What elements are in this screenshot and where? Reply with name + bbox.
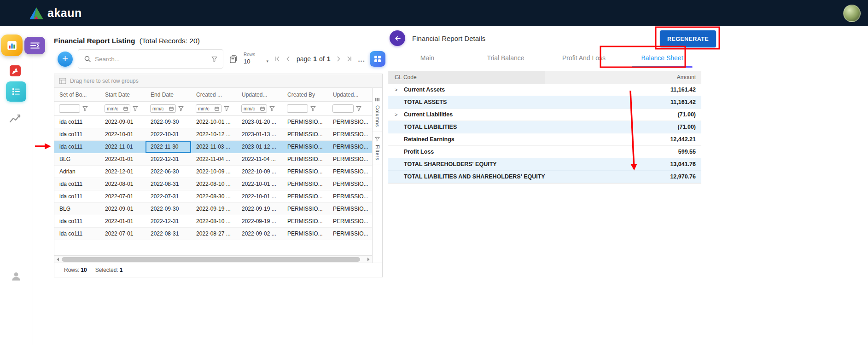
table-row[interactable]: ida co1112022-08-012022-08-312022-08-10 … [54, 178, 372, 190]
pdf-export-icon[interactable] [9, 65, 21, 77]
table-row[interactable]: BLG2022-09-012022-09-302022-09-19 ...202… [54, 203, 372, 215]
cell[interactable]: 2022-10-01 ... [237, 190, 282, 202]
cell[interactable]: 2022-11-04 ... [191, 153, 237, 165]
cell[interactable]: 2022-09-01 [100, 116, 146, 128]
cell[interactable]: ida co111 [54, 141, 100, 153]
cell[interactable]: 2022-10-09 ... [191, 166, 237, 178]
cell[interactable]: PERMISSIO... [328, 141, 372, 153]
table-row[interactable]: Adrian2022-12-012022-06-302022-10-09 ...… [54, 166, 372, 178]
cell[interactable]: 2023-01-13 ... [237, 128, 282, 140]
cell[interactable]: PERMISSIO... [328, 203, 372, 215]
scroll-left-icon[interactable] [56, 258, 60, 261]
app-launcher-button[interactable] [1, 34, 23, 56]
cell[interactable]: 2022-01-01 [100, 215, 146, 227]
cell[interactable]: ida co111 [54, 116, 100, 128]
cell[interactable]: 2022-09-19 ... [191, 203, 237, 215]
columns-panel-tab[interactable]: Columns [373, 92, 382, 132]
cell[interactable]: PERMISSIO... [282, 141, 328, 153]
brand-logo[interactable]: akaun [29, 6, 82, 20]
report-listing-module-icon[interactable] [6, 81, 26, 102]
cell[interactable]: 2022-09-19 ... [237, 203, 282, 215]
cell[interactable]: 2022-08-10 ... [191, 178, 237, 190]
cell[interactable]: 2022-09-02 ... [237, 228, 282, 240]
cell[interactable]: PERMISSIO... [328, 190, 372, 202]
cell[interactable]: 2022-11-04 ... [237, 153, 282, 165]
date-filter-input[interactable]: mm/c [196, 104, 221, 113]
cell[interactable]: PERMISSIO... [328, 166, 372, 178]
cell[interactable]: 2022-11-01 [100, 141, 146, 153]
filter-funnel-icon[interactable] [310, 106, 316, 111]
column-header[interactable]: End Date [146, 92, 191, 98]
sidebar-toggle-button[interactable] [24, 37, 45, 54]
horizontal-scrollbar[interactable] [54, 255, 372, 263]
last-page-button[interactable] [345, 55, 353, 63]
back-button[interactable] [390, 30, 405, 46]
cell[interactable]: PERMISSIO... [282, 128, 328, 140]
column-filter-input[interactable] [287, 104, 308, 113]
table-row[interactable]: BLG2022-01-012022-12-312022-11-04 ...202… [54, 153, 372, 166]
next-page-button[interactable] [335, 55, 342, 63]
cell[interactable]: 2022-11-30 [146, 141, 191, 153]
tab-profit-and-loss[interactable]: Profit And Loss [545, 49, 623, 68]
cell[interactable]: 2022-07-01 [100, 228, 146, 240]
column-header[interactable]: Set of Bo... [54, 92, 100, 98]
cell[interactable]: Adrian [54, 166, 100, 178]
filters-panel-tab[interactable]: Filters [373, 132, 382, 165]
column-filter-input[interactable] [59, 104, 80, 113]
cell[interactable]: ida co111 [54, 190, 100, 202]
rows-per-page-select[interactable]: Rows 10 ▾ [244, 52, 268, 66]
table-row[interactable]: ida co1112022-07-012022-08-312022-08-27 … [54, 228, 372, 240]
cell[interactable]: PERMISSIO... [282, 153, 328, 165]
cell[interactable]: 2022-09-30 [146, 203, 191, 215]
tab-trial-balance[interactable]: Trial Balance [466, 49, 545, 68]
table-row[interactable]: ida co1112022-07-012022-07-312022-08-30 … [54, 190, 372, 203]
cell[interactable]: ida co111 [54, 228, 100, 240]
cell[interactable]: PERMISSIO... [328, 228, 372, 240]
regenerate-button[interactable]: REGENERATE [660, 30, 716, 47]
cell[interactable]: PERMISSIO... [282, 166, 328, 178]
first-page-button[interactable] [274, 55, 281, 63]
cell[interactable]: 2022-12-31 [146, 215, 191, 227]
cell[interactable]: 2022-06-30 [146, 166, 191, 178]
column-header[interactable]: Created ... [191, 92, 237, 98]
cell[interactable]: PERMISSIO... [282, 178, 328, 190]
cell[interactable]: 2022-10-12 ... [191, 128, 237, 140]
calendar-icon[interactable] [215, 106, 219, 111]
cell[interactable]: 2022-09-30 [146, 116, 191, 128]
add-record-button[interactable]: + [58, 52, 73, 67]
cell[interactable]: 2022-08-30 ... [191, 190, 237, 202]
cell[interactable]: 2022-12-31 [146, 153, 191, 165]
cell[interactable]: 2022-10-09 ... [237, 166, 282, 178]
filter-funnel-icon[interactable] [224, 106, 229, 111]
calendar-icon[interactable] [123, 106, 128, 111]
gl-row[interactable]: >Current Liabilities(71.00) [388, 109, 701, 121]
column-header[interactable]: Start Date [100, 92, 146, 98]
tab-main[interactable]: Main [388, 49, 466, 68]
filter-funnel-icon[interactable] [178, 106, 184, 111]
cell[interactable]: PERMISSIO... [282, 203, 328, 215]
cell[interactable]: 2022-10-01 [100, 128, 146, 140]
cell[interactable]: BLG [54, 203, 100, 215]
cell[interactable]: PERMISSIO... [328, 215, 372, 227]
cell[interactable]: 2022-11-03 ... [191, 141, 237, 153]
gl-row[interactable]: >Current Assets11,161.42 [388, 84, 701, 96]
search-input[interactable] [95, 56, 208, 63]
analytics-icon[interactable] [9, 113, 23, 124]
calendar-icon[interactable] [169, 106, 174, 111]
date-filter-input[interactable]: mm/c [105, 104, 130, 113]
expand-chevron-icon[interactable]: > [395, 112, 397, 117]
filter-funnel-icon[interactable] [133, 106, 138, 111]
calendar-icon[interactable] [260, 106, 265, 111]
profile-icon[interactable] [10, 270, 22, 282]
search-filter-funnel-icon[interactable] [211, 56, 217, 62]
cell[interactable]: ida co111 [54, 128, 100, 140]
date-filter-input[interactable]: mm/c [150, 104, 176, 113]
tab-balance-sheet[interactable]: Balance Sheet [623, 49, 701, 68]
grid-view-button[interactable] [370, 51, 385, 67]
cell[interactable]: 2022-08-31 [146, 178, 191, 190]
column-header[interactable]: Updated... [237, 92, 282, 98]
scrollbar-thumb[interactable] [62, 257, 360, 262]
cell[interactable]: 2022-08-31 [146, 228, 191, 240]
cell[interactable]: 2023-01-12 ... [237, 141, 282, 153]
table-row[interactable]: ida co1112022-10-012022-10-312022-10-12 … [54, 128, 372, 141]
